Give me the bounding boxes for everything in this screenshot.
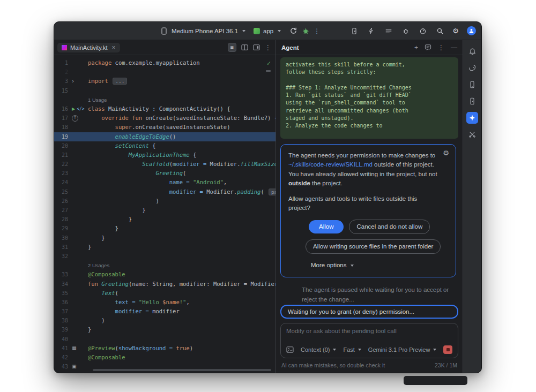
code-line[interactable]: 41▦@Preview(showBackground = true) — [54, 344, 276, 353]
notifications-bell-icon[interactable] — [466, 46, 478, 57]
debug-run-icon[interactable] — [301, 26, 310, 35]
line-number[interactable]: 41 — [54, 344, 68, 353]
code-line[interactable]: 34fun Greeting(name: String, modifier: M… — [54, 280, 276, 289]
line-number[interactable]: 3 — [54, 77, 68, 86]
preview-gutter-icon[interactable]: ▦ — [72, 346, 77, 351]
line-number[interactable]: 24 — [54, 178, 68, 187]
line-number[interactable]: 23 — [54, 169, 68, 178]
code-line[interactable]: 22 Scaffold(modifier = Modifier.fillMaxS… — [54, 160, 276, 169]
override-gutter-icon[interactable]: ↑ — [72, 115, 78, 122]
settings-gear-icon[interactable]: ⚙ — [452, 27, 459, 34]
apply-changes-icon[interactable] — [367, 26, 376, 35]
code-line[interactable]: 3›import ... — [54, 77, 276, 86]
horizontal-scrollbar[interactable] — [93, 369, 271, 371]
close-icon[interactable]: × — [111, 44, 115, 51]
code-line[interactable]: 1 Usage — [54, 95, 276, 104]
code-line[interactable]: 33@Composable — [54, 270, 276, 279]
code-line[interactable]: 26 ) — [54, 197, 276, 206]
code-line[interactable]: 1package com.example.myapplication — [54, 58, 276, 67]
line-number[interactable]: 38 — [54, 316, 68, 325]
code-line[interactable]: 2 Usages — [54, 261, 276, 270]
split-view-toggle[interactable] — [241, 44, 248, 51]
line-number[interactable]: 35 — [54, 289, 68, 298]
inspections-ok-icon[interactable]: ✓ — [267, 60, 271, 66]
code-editor[interactable]: 1package com.example.myapplication23›imp… — [54, 55, 276, 373]
code-line[interactable]: 35 Text( — [54, 289, 276, 298]
line-number[interactable]: 33 — [54, 270, 68, 279]
line-number[interactable]: 2 — [54, 67, 68, 77]
new-chat-icon[interactable]: + — [414, 44, 418, 51]
line-number[interactable]: 17 — [54, 114, 68, 123]
code-line[interactable]: 29 } — [54, 224, 276, 233]
line-number[interactable]: 28 — [54, 215, 68, 224]
line-number[interactable]: 26 — [54, 197, 68, 206]
running-devices-icon[interactable] — [466, 95, 478, 107]
code-line[interactable]: 27 } — [54, 206, 276, 215]
usage-hint[interactable]: 2 Usages — [88, 262, 109, 268]
line-number[interactable]: 40 — [54, 335, 68, 344]
code-line[interactable]: 28 } — [54, 215, 276, 224]
device-selector[interactable]: Medium Phone API 36.1 — [159, 26, 245, 35]
chat-history-icon[interactable] — [425, 44, 431, 51]
clipboard-gutter-icon[interactable]: ▣ — [72, 364, 77, 369]
compose-gutter-icon[interactable]: </> — [77, 107, 84, 111]
line-number[interactable]: 37 — [54, 307, 68, 316]
line-number[interactable]: 39 — [54, 325, 68, 334]
code-line[interactable]: 39} — [54, 325, 276, 334]
waiting-permission-banner[interactable]: Waiting for you to grant (or deny) permi… — [280, 305, 458, 319]
line-number[interactable]: 22 — [54, 160, 68, 169]
line-number[interactable]: 27 — [54, 206, 68, 215]
editor-options-kebab-icon[interactable]: ⋮ — [265, 44, 271, 51]
line-number[interactable]: 34 — [54, 280, 68, 289]
code-line[interactable]: 36 text = "Hello $name!", — [54, 298, 276, 307]
gemini-agent-icon[interactable] — [466, 112, 478, 124]
design-view-toggle[interactable] — [253, 44, 260, 51]
line-number[interactable]: 15 — [54, 86, 68, 95]
context-dropdown[interactable]: Context (0) — [301, 346, 336, 353]
code-line[interactable]: 23 Greeting( — [54, 169, 276, 178]
code-line[interactable]: 2 — [54, 67, 276, 77]
code-line[interactable]: 17↑ override fun onCreate(savedInstanceS… — [54, 114, 276, 123]
run-config-selector[interactable]: app — [254, 28, 281, 34]
code-line[interactable]: 37 modifier = modifier — [54, 307, 276, 316]
code-line[interactable]: 21 MyApplicationTheme { — [54, 150, 276, 160]
line-number[interactable]: 19 — [54, 132, 68, 141]
more-options-button[interactable]: More options — [311, 261, 448, 270]
line-number[interactable]: 20 — [54, 141, 68, 150]
skill-file-link[interactable]: ~/.skills/code-review/SKILL.md — [288, 161, 373, 168]
allow-parent-folder-button[interactable]: Allow writing source files in the parent… — [306, 239, 441, 254]
code-line[interactable]: 30 } — [54, 233, 276, 243]
run-gutter-icon[interactable]: ▶ — [72, 107, 75, 111]
code-line[interactable]: 18 super.onCreate(savedInstanceState) — [54, 123, 276, 132]
tab-mainactivity[interactable]: MainActivity.kt × — [57, 43, 120, 52]
code-view-toggle[interactable]: ≡ — [228, 43, 236, 52]
speed-dropdown[interactable]: Fast — [343, 346, 361, 353]
search-icon[interactable] — [435, 26, 444, 35]
model-dropdown[interactable]: Gemini 3.1 Pro Preview — [368, 346, 437, 353]
line-number[interactable]: 31 — [54, 243, 68, 252]
app-inspection-icon[interactable] — [466, 129, 478, 140]
line-number[interactable]: 32 — [54, 252, 68, 261]
device-manager-icon[interactable] — [466, 79, 478, 91]
code-line[interactable]: 20 setContent { — [54, 141, 276, 150]
line-number[interactable]: 29 — [54, 224, 68, 233]
profile-avatar[interactable] — [467, 26, 476, 35]
code-line[interactable]: 42@Composable — [54, 353, 276, 362]
code-line[interactable]: 31} — [54, 243, 276, 252]
panel-options-kebab-icon[interactable]: ⋮ — [438, 44, 444, 51]
cancel-button[interactable]: Cancel and do not allow — [349, 220, 430, 234]
code-line[interactable]: 40 — [54, 335, 276, 344]
code-line[interactable]: 16▶</>class MainActivity : ComponentActi… — [54, 104, 276, 114]
line-number[interactable]: 43 — [54, 362, 68, 371]
attach-image-icon[interactable] — [286, 346, 294, 353]
code-line[interactable]: 32 — [54, 252, 276, 261]
chat-composer[interactable]: Modify or ask about the pending tool cal… — [280, 323, 458, 358]
line-number[interactable]: 21 — [54, 150, 68, 160]
line-number[interactable]: 30 — [54, 233, 68, 243]
hide-panel-icon[interactable]: — — [451, 44, 457, 51]
profiler-icon[interactable] — [418, 26, 427, 35]
line-number[interactable] — [54, 261, 68, 270]
line-number[interactable]: 1 — [54, 58, 68, 67]
code-line[interactable]: 19 enableEdgeToEdge() — [54, 132, 276, 141]
code-line[interactable]: 15 — [54, 86, 276, 95]
